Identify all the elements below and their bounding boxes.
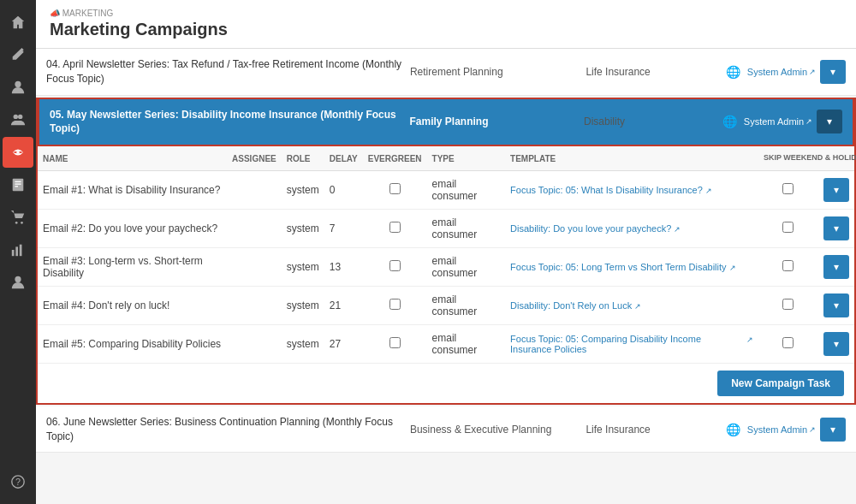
template-link-4[interactable]: Disability: Don't Rely on Luck↗ bbox=[510, 300, 753, 311]
col-evergreen: EVERGREEN bbox=[363, 146, 427, 170]
task-row-dropdown-3[interactable]: ▾ bbox=[823, 255, 849, 279]
campaign-may-assignee: System Admin ↗ bbox=[740, 116, 817, 127]
task-template: Focus Topic: 05: Comparing Disability In… bbox=[505, 324, 758, 363]
task-assignee bbox=[227, 247, 282, 286]
task-type: email consumer bbox=[427, 170, 506, 209]
campaign-may-name: 05. May Newsletter Series: Disability In… bbox=[50, 108, 403, 137]
sidebar-item-book[interactable] bbox=[3, 169, 33, 200]
sidebar-item-group[interactable] bbox=[3, 104, 33, 135]
task-skip[interactable] bbox=[758, 324, 818, 363]
task-role: system bbox=[282, 247, 324, 286]
template-link-3[interactable]: Focus Topic: 05: Long Term vs Short Term… bbox=[510, 262, 753, 272]
campaign-june-assignee-link[interactable]: System Admin ↗ bbox=[746, 424, 817, 435]
task-evergreen[interactable] bbox=[363, 286, 427, 324]
svg-rect-10 bbox=[12, 250, 15, 256]
task-evergreen[interactable] bbox=[363, 209, 427, 247]
task-skip[interactable] bbox=[758, 170, 818, 209]
template-link-5[interactable]: Focus Topic: 05: Comparing Disability In… bbox=[510, 334, 753, 354]
svg-point-0 bbox=[15, 81, 21, 87]
page-header: 📣 MARKETING Marketing Campaigns bbox=[36, 0, 856, 49]
campaign-may-globe: 🌐 bbox=[719, 115, 740, 128]
template-link-1[interactable]: Focus Topic: 05: What Is Disability Insu… bbox=[510, 185, 753, 195]
sidebar-item-person[interactable] bbox=[3, 267, 33, 298]
col-assignee: ASSIGNEE bbox=[227, 146, 282, 170]
campaign-april-name: 04. April Newsletter Series: Tax Refund … bbox=[46, 57, 403, 86]
evergreen-checkbox-4[interactable] bbox=[389, 299, 401, 310]
col-name: NAME bbox=[38, 146, 227, 170]
sidebar-item-user[interactable] bbox=[3, 72, 33, 103]
ext-icon-1: ↗ bbox=[705, 187, 712, 195]
evergreen-checkbox-3[interactable] bbox=[389, 260, 401, 271]
tasks-table-header-row: NAME ASSIGNEE ROLE DELAY EVERGREEN TYPE … bbox=[38, 146, 854, 170]
external-link-icon-may: ↗ bbox=[805, 117, 812, 126]
task-type: email consumer bbox=[427, 324, 506, 363]
sidebar-item-cart[interactable] bbox=[3, 202, 33, 233]
table-row: Email #5: Comparing Disability Policies … bbox=[38, 324, 854, 363]
col-type: TYPE bbox=[427, 146, 506, 170]
evergreen-checkbox-5[interactable] bbox=[389, 337, 401, 348]
task-row-dropdown-4[interactable]: ▾ bbox=[823, 294, 849, 317]
skip-checkbox-1[interactable] bbox=[782, 183, 794, 194]
task-delay: 13 bbox=[324, 247, 363, 286]
campaign-april-dropdown[interactable]: ▾ bbox=[820, 60, 846, 84]
task-evergreen[interactable] bbox=[363, 324, 427, 363]
campaign-may-assignee-link[interactable]: System Admin ↗ bbox=[743, 116, 813, 127]
col-skip-weekend: SKIP WEEKEND & HOLIDAY SENDING bbox=[758, 146, 818, 170]
sidebar-item-home[interactable] bbox=[3, 7, 33, 38]
task-assignee bbox=[227, 170, 282, 209]
task-skip[interactable] bbox=[758, 209, 818, 247]
sidebar-item-campaigns[interactable] bbox=[3, 137, 33, 168]
task-delay: 7 bbox=[324, 209, 363, 247]
task-skip[interactable] bbox=[758, 286, 818, 324]
campaign-may-row: 05. May Newsletter Series: Disability In… bbox=[36, 98, 856, 405]
evergreen-checkbox-2[interactable] bbox=[389, 222, 401, 233]
skip-checkbox-5[interactable] bbox=[782, 337, 794, 348]
sidebar-item-edit[interactable] bbox=[3, 39, 33, 70]
new-campaign-task-button[interactable]: New Campaign Task bbox=[717, 371, 844, 396]
task-template: Focus Topic: 05: Long Term vs Short Term… bbox=[505, 247, 758, 286]
task-name: Email #3: Long-term vs. Short-term Disab… bbox=[38, 247, 227, 286]
task-row-dropdown-5[interactable]: ▾ bbox=[823, 332, 849, 356]
external-link-icon-june: ↗ bbox=[809, 425, 816, 434]
task-type: email consumer bbox=[427, 209, 506, 247]
campaign-april-assignee-link[interactable]: System Admin ↗ bbox=[746, 67, 817, 77]
task-evergreen[interactable] bbox=[363, 170, 427, 209]
ext-icon-5: ↗ bbox=[746, 335, 753, 344]
external-link-icon: ↗ bbox=[809, 68, 816, 76]
skip-checkbox-4[interactable] bbox=[782, 299, 794, 310]
breadcrumb: 📣 MARKETING bbox=[50, 9, 842, 18]
svg-point-1 bbox=[14, 115, 18, 119]
task-type: email consumer bbox=[427, 286, 506, 324]
task-evergreen[interactable] bbox=[363, 247, 427, 286]
svg-rect-4 bbox=[13, 179, 24, 191]
skip-checkbox-2[interactable] bbox=[782, 222, 794, 233]
svg-point-2 bbox=[18, 115, 22, 119]
template-link-2[interactable]: Disability: Do you love your paycheck?↗ bbox=[510, 223, 753, 234]
evergreen-checkbox-1[interactable] bbox=[389, 183, 401, 194]
campaign-june-globe: 🌐 bbox=[722, 423, 743, 436]
task-role: system bbox=[282, 209, 324, 247]
task-name: Email #4: Don't rely on luck! bbox=[38, 286, 227, 324]
task-assignee bbox=[227, 209, 282, 247]
skip-checkbox-3[interactable] bbox=[782, 260, 794, 271]
task-assignee bbox=[227, 324, 282, 363]
campaign-may-header: 05. May Newsletter Series: Disability In… bbox=[38, 98, 854, 147]
task-row-dropdown-1[interactable]: ▾ bbox=[823, 178, 849, 202]
table-row: Email #2: Do you love your paycheck? sys… bbox=[38, 209, 854, 247]
sidebar-item-chart[interactable] bbox=[3, 234, 33, 265]
task-template: Disability: Do you love your paycheck?↗ bbox=[505, 209, 758, 247]
svg-rect-12 bbox=[20, 245, 22, 257]
ext-icon-3: ↗ bbox=[729, 264, 736, 272]
campaign-may-dropdown[interactable]: ▾ bbox=[817, 110, 842, 133]
task-role: system bbox=[282, 324, 324, 363]
task-skip[interactable] bbox=[758, 247, 818, 286]
campaign-june-dropdown[interactable]: ▾ bbox=[820, 418, 846, 442]
campaign-may-insurance: Disability bbox=[577, 116, 719, 127]
task-name: Email #2: Do you love your paycheck? bbox=[38, 209, 227, 247]
sidebar-item-help[interactable]: ? bbox=[3, 466, 33, 497]
campaign-june-row: 06. June Newsletter Series: Business Con… bbox=[36, 406, 856, 454]
campaign-april-assignee: System Admin ↗ bbox=[743, 67, 820, 77]
task-template: Disability: Don't Rely on Luck↗ bbox=[505, 286, 758, 324]
task-row-dropdown-2[interactable]: ▾ bbox=[823, 216, 849, 240]
task-delay: 21 bbox=[324, 286, 363, 324]
